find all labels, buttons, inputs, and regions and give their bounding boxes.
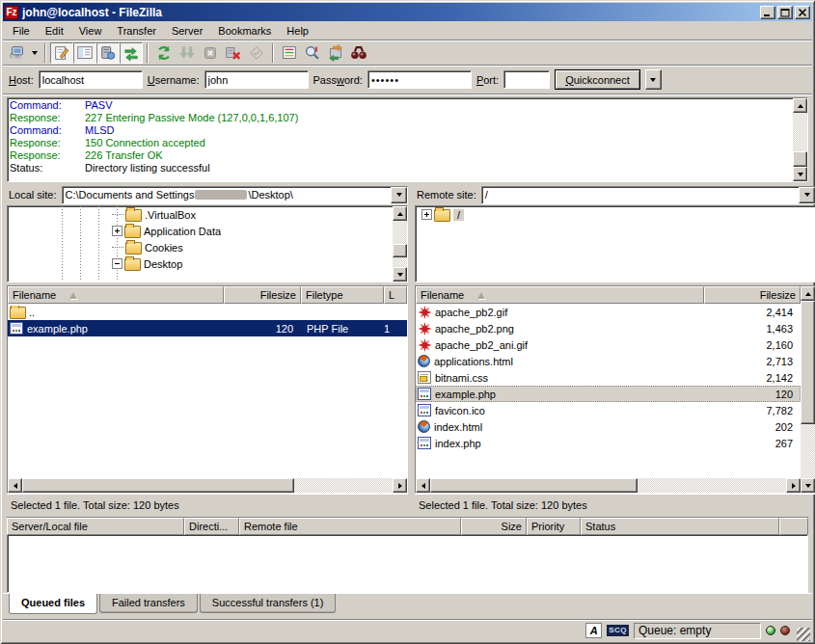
tab-successful-transfers[interactable]: Successful transfers (1) xyxy=(200,594,337,613)
file-row-selected[interactable]: example.php 120 xyxy=(416,386,801,402)
directory-comparison-button[interactable] xyxy=(301,42,324,64)
file-row[interactable]: favicon.ico 7,782 xyxy=(416,402,801,418)
menu-bookmarks[interactable]: Bookmarks xyxy=(210,23,279,39)
scroll-left-button[interactable] xyxy=(8,478,22,493)
column-header-filename[interactable]: Filename xyxy=(8,286,224,304)
file-row[interactable]: apache_pb2.png 1,463 xyxy=(416,320,801,336)
expand-icon[interactable] xyxy=(112,226,122,236)
remote-tree-view[interactable]: / xyxy=(415,205,815,282)
expand-icon[interactable] xyxy=(421,209,432,220)
column-header-filename[interactable]: Filename xyxy=(416,286,704,304)
quickconnect-button[interactable]: Quickconnect xyxy=(555,69,640,90)
scroll-down-button[interactable] xyxy=(793,167,807,181)
toggle-local-tree-button[interactable] xyxy=(73,42,96,64)
column-header-priority[interactable]: Priority xyxy=(527,518,581,535)
tab-failed-transfers[interactable]: Failed transfers xyxy=(99,594,198,613)
remote-list-scrollbar[interactable] xyxy=(801,286,815,493)
column-header-direction[interactable]: Directi... xyxy=(184,518,239,535)
quickconnect-dropdown[interactable] xyxy=(645,69,662,90)
column-header-remote-file[interactable]: Remote file xyxy=(239,518,461,535)
menu-view[interactable]: View xyxy=(71,23,110,39)
site-manager-dropdown[interactable] xyxy=(29,42,41,64)
tree-item-root[interactable]: / xyxy=(416,206,815,223)
minimize-button[interactable] xyxy=(760,6,775,19)
scroll-down-button[interactable] xyxy=(801,478,815,493)
toggle-remote-tree-button[interactable] xyxy=(96,42,120,64)
local-tree-scrollbar[interactable] xyxy=(393,206,407,282)
local-tree-view[interactable]: .VirtualBox Application Data Cookies xyxy=(7,205,408,282)
file-row-selected[interactable]: example.php 120 PHP File 1 xyxy=(8,320,407,336)
scroll-right-button[interactable] xyxy=(393,478,407,493)
menu-transfer[interactable]: Transfer xyxy=(109,23,164,39)
tree-item-virtualbox[interactable]: .VirtualBox xyxy=(8,206,393,223)
remote-site-combo[interactable]: / xyxy=(481,186,815,204)
file-row[interactable]: apache_pb2_ani.gif 2,160 xyxy=(416,336,801,353)
local-list-rows[interactable]: .. example.php 120 PHP File 1 xyxy=(8,304,407,478)
refresh-button[interactable] xyxy=(152,42,176,64)
toggle-message-log-button[interactable] xyxy=(50,42,73,64)
synchronized-browsing-button[interactable] xyxy=(324,42,347,64)
username-input[interactable] xyxy=(204,70,309,89)
scroll-up-button[interactable] xyxy=(801,286,815,301)
queue-list[interactable] xyxy=(7,535,808,593)
local-site-combo[interactable]: C:\Documents and Settings\Desktop\ xyxy=(62,186,408,204)
file-row[interactable]: index.html 202 xyxy=(416,418,801,435)
port-input[interactable] xyxy=(503,70,550,89)
tree-item-cookies[interactable]: Cookies xyxy=(8,239,393,255)
remote-list-hscrollbar[interactable] xyxy=(416,478,801,493)
menu-edit[interactable]: Edit xyxy=(38,23,71,39)
pane-splitter[interactable] xyxy=(408,184,415,515)
column-header-filesize[interactable]: Filesize xyxy=(704,286,801,304)
find-files-button[interactable] xyxy=(347,42,370,64)
scrollbar-thumb[interactable] xyxy=(793,151,807,167)
data-type-indicator[interactable]: A xyxy=(585,623,602,638)
tab-queued-files[interactable]: Queued files xyxy=(9,594,97,614)
resize-grip[interactable] xyxy=(797,628,810,641)
remote-list-rows[interactable]: apache_pb2.gif 2,414 apache_pb2.png 1,46… xyxy=(416,304,801,478)
scroll-right-button[interactable] xyxy=(786,478,801,493)
column-header-server-local-file[interactable]: Server/Local file xyxy=(7,518,184,535)
message-log[interactable]: Command:PASV Response:227 Entering Passi… xyxy=(8,98,793,181)
toggle-transfer-queue-button[interactable] xyxy=(120,42,143,64)
menu-help[interactable]: Help xyxy=(279,23,316,39)
file-row-parent-dir[interactable]: .. xyxy=(8,304,407,320)
scroll-down-button[interactable] xyxy=(393,267,407,282)
column-header-size[interactable]: Size xyxy=(461,518,527,535)
file-row[interactable]: index.php 267 xyxy=(416,435,801,451)
scrollbar-thumb[interactable] xyxy=(393,244,407,257)
site-manager-button[interactable] xyxy=(6,42,29,64)
scroll-up-button[interactable] xyxy=(393,206,407,221)
tree-item-application-data[interactable]: Application Data xyxy=(8,223,393,239)
reconnect-button[interactable] xyxy=(245,42,268,64)
directory-listing-filters-button[interactable] xyxy=(278,42,301,64)
tree-item-desktop[interactable]: Desktop xyxy=(8,255,393,272)
local-site-dropdown[interactable] xyxy=(391,187,407,203)
scrollbar-thumb[interactable] xyxy=(430,478,638,493)
scroll-up-button[interactable] xyxy=(793,98,807,113)
column-header-filesize[interactable]: Filesize xyxy=(224,286,301,304)
file-row[interactable]: applications.html 2,713 xyxy=(416,353,801,369)
speed-limits-indicator[interactable]: SCQ xyxy=(607,625,629,636)
column-header-lastmodified[interactable]: L xyxy=(384,286,407,304)
host-input[interactable] xyxy=(39,70,143,89)
file-row[interactable]: apache_pb2.gif 2,414 xyxy=(416,304,801,320)
scrollbar-thumb[interactable] xyxy=(22,478,294,493)
title-bar[interactable]: Fz john@localhost - FileZilla xyxy=(3,3,812,21)
column-header-status[interactable]: Status xyxy=(581,518,779,535)
local-list-hscrollbar[interactable] xyxy=(8,478,407,493)
remote-site-dropdown[interactable] xyxy=(799,187,815,203)
maximize-button[interactable] xyxy=(777,6,793,19)
menu-file[interactable]: File xyxy=(5,23,38,39)
process-queue-button[interactable] xyxy=(176,42,199,64)
disconnect-button[interactable] xyxy=(222,42,245,64)
cancel-button[interactable] xyxy=(199,42,222,64)
password-input[interactable] xyxy=(367,70,472,89)
log-scrollbar[interactable] xyxy=(793,98,807,181)
column-header-filetype[interactable]: Filetype xyxy=(301,286,384,304)
scrollbar-thumb[interactable] xyxy=(801,301,815,424)
close-button[interactable] xyxy=(795,6,810,19)
collapse-icon[interactable] xyxy=(112,258,122,269)
file-row[interactable]: bitnami.css 2,142 xyxy=(416,369,801,386)
scroll-left-button[interactable] xyxy=(416,478,430,493)
menu-server[interactable]: Server xyxy=(164,23,210,39)
